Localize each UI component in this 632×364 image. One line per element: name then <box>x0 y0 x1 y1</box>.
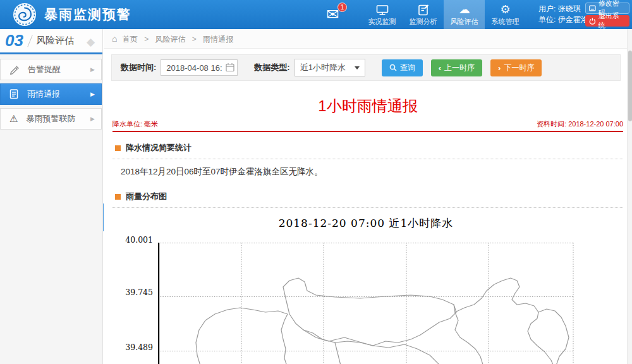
query-toolbar: 数据时间: 数据类型: 近1小时降水 查询 ‹ 上一时序 › 下一时序 <box>111 54 621 81</box>
section-number: 03 <box>5 31 23 51</box>
sidebar-item-label: 告警提醒 <box>28 64 61 75</box>
warning-triangle-icon: ⚠ <box>9 113 18 124</box>
chevron-right-icon: ▶ <box>90 66 95 73</box>
prev-time-button[interactable]: ‹ 上一时序 <box>431 59 482 76</box>
home-icon: ⌂ <box>112 33 117 44</box>
section-bullet-icon <box>115 194 121 200</box>
nav-label: 实况监测 <box>362 17 403 27</box>
report-summary-text: 2018年12月20日06时至07时伊金霍洛旗全区无降水。 <box>112 159 623 181</box>
y-axis-tick: 39.489 <box>109 343 153 352</box>
breadcrumb-separator: > <box>192 35 197 44</box>
notification-badge: 1 <box>337 3 347 12</box>
sidebar-header: 03 风险评估 ◆ <box>0 29 102 54</box>
breadcrumb-home[interactable]: 首页 <box>123 35 138 44</box>
password-card-icon <box>589 5 596 11</box>
precip-unit-note: 降水单位: 毫米 <box>112 119 158 129</box>
scrollbar-track[interactable] <box>627 29 632 364</box>
chevron-left-icon: ‹ <box>439 63 441 73</box>
chevron-right-icon: ▶ <box>90 91 95 97</box>
next-time-button[interactable]: › 下一时序 <box>490 59 542 76</box>
data-time-note: 资料时间: 2018-12-20 07:00 <box>537 119 623 129</box>
nav-tab-system-management[interactable]: ⚙ 系统管理 <box>485 0 526 29</box>
district-boundary-path <box>335 343 359 364</box>
diamond-icon: ◆ <box>87 35 95 49</box>
main-content: ⌂ 首页 > 风险评估 > 雨情通报 数据时间: 数据类型: 近1小时降水 查询 <box>104 29 632 364</box>
date-input-wrap <box>161 59 238 76</box>
mail-icon: ✉ <box>326 6 339 23</box>
breadcrumb: ⌂ 首页 > 风险评估 > 雨情通报 <box>104 29 632 49</box>
rain-doc-icon <box>9 89 19 99</box>
sidebar: 03 风险评估 ◆ 告警提醒 ▶ 雨情通报 ▶ ⚠ 暴雨预警联防 ▶ <box>0 29 103 364</box>
chart-title: 2018-12-20 07:00 近1小时降水 <box>158 216 574 231</box>
sidebar-item-label: 雨情通报 <box>27 88 60 100</box>
data-type-value: 近1小时降水 <box>300 62 346 73</box>
nav-label: 风险评估 <box>444 17 485 27</box>
monitor-icon <box>362 3 403 16</box>
analysis-doc-icon <box>403 3 444 16</box>
main-nav: 实况监测 监测分析 ☁ 风险评估 ⚙ 系统管理 <box>362 0 526 29</box>
data-type-select[interactable]: 近1小时降水 <box>295 59 365 76</box>
sidebar-item-label: 暴雨预警联防 <box>26 113 75 124</box>
breadcrumb-current: 雨情通报 <box>203 35 233 44</box>
sidebar-menu: 告警提醒 ▶ 雨情通报 ▶ ⚠ 暴雨预警联防 ▶ <box>0 54 102 130</box>
nav-tab-monitoring-analysis[interactable]: 监测分析 <box>403 0 444 29</box>
header-buttons: 修改密码 退出系统 <box>585 3 629 28</box>
nav-label: 系统管理 <box>485 17 526 27</box>
sidebar-item-rain-report[interactable]: 雨情通报 ▶ <box>0 83 102 105</box>
section-title: 降水情况简要统计 <box>126 142 191 154</box>
district-boundary-path <box>455 312 483 364</box>
district-boundary-path <box>283 278 456 346</box>
app-header: 暴雨监测预警 ✉ 1 实况监测 监测分析 ☁ 风险评估 <box>0 0 632 29</box>
nav-tab-risk-assessment[interactable]: ☁ 风险评估 <box>444 0 485 29</box>
y-axis-tick: 39.745 <box>109 288 153 297</box>
messages-button[interactable]: ✉ 1 <box>326 4 348 25</box>
section-bullet-icon <box>115 145 121 151</box>
chart-plot-area: 40.001 39.745 39.489 <box>158 243 574 364</box>
page: 暴雨监测预警 ✉ 1 实况监测 监测分析 ☁ 风险评估 <box>0 0 632 364</box>
gear-icon: ⚙ <box>485 3 526 16</box>
sidebar-item-alert-reminder[interactable]: 告警提醒 ▶ <box>0 59 102 80</box>
report-meta-row: 降水单位: 毫米 资料时间: 2018-12-20 07:00 <box>112 119 623 132</box>
section-rain-distribution: 雨量分布图 <box>112 186 623 208</box>
weather-logo-icon <box>13 3 37 27</box>
logout-label: 退出系统 <box>599 11 626 30</box>
section-title: 雨量分布图 <box>126 191 167 202</box>
app-title: 暴雨监测预警 <box>44 0 131 29</box>
chart-gridlines <box>158 243 574 364</box>
data-type-label: 数据类型: <box>254 62 289 73</box>
section-title: 风险评估 <box>36 35 74 47</box>
rain-distribution-chart: 2018-12-20 07:00 近1小时降水 40.001 39.745 39… <box>112 216 623 364</box>
nav-tab-live-monitoring[interactable]: 实况监测 <box>362 0 403 29</box>
map-svg <box>158 243 574 364</box>
district-boundary-path <box>303 330 442 364</box>
district-boundary-path <box>538 309 569 364</box>
calendar-icon[interactable] <box>226 63 234 72</box>
search-icon <box>389 64 397 71</box>
data-time-label: 数据时间: <box>121 62 156 73</box>
report-body: 1小时雨情通报 降水单位: 毫米 资料时间: 2018-12-20 07:00 … <box>104 96 632 364</box>
prev-time-label: 上一时序 <box>444 63 475 73</box>
scrollbar-thumb[interactable] <box>628 51 632 121</box>
section-precip-summary: 降水情况简要统计 <box>112 138 623 159</box>
district-boundary-path <box>196 308 300 364</box>
dropdown-caret-icon <box>355 66 360 70</box>
breadcrumb-separator: > <box>144 35 149 44</box>
y-axis-tick: 40.001 <box>109 235 153 245</box>
cloud-icon: ☁ <box>444 3 485 16</box>
power-icon <box>589 18 596 25</box>
logout-button[interactable]: 退出系统 <box>585 15 629 27</box>
alarm-pen-icon <box>9 65 20 75</box>
chevron-right-icon: ▶ <box>90 116 95 122</box>
slash-divider <box>27 35 32 47</box>
nav-label: 监测分析 <box>403 17 444 27</box>
chevron-right-icon: › <box>498 63 501 73</box>
next-time-label: 下一时序 <box>504 63 534 73</box>
report-title: 1小时雨情通报 <box>112 96 623 116</box>
query-label: 查询 <box>400 63 415 73</box>
breadcrumb-risk-assessment[interactable]: 风险评估 <box>155 35 186 44</box>
query-button[interactable]: 查询 <box>382 59 423 76</box>
sidebar-item-storm-warning-defense[interactable]: ⚠ 暴雨预警联防 ▶ <box>0 108 102 130</box>
